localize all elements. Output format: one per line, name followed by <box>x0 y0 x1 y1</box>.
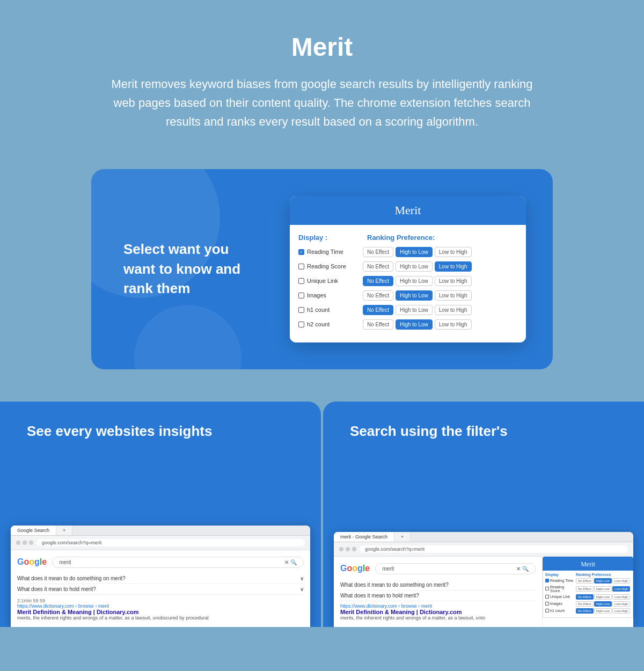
search-results-left: What does it mean to do something on mer… <box>17 573 304 621</box>
result-suggest-r1: What does it mean to do something on mer… <box>340 580 536 590</box>
mini-cb-5[interactable] <box>545 609 549 612</box>
low-to-high-btn-6[interactable]: Low to High <box>435 319 472 330</box>
h1-text: h1 count <box>307 307 330 313</box>
bottom-cards: See every websites insights Google Searc… <box>0 402 644 627</box>
mini-no-effect-1[interactable]: No Effect <box>576 578 594 584</box>
mini-lth-5[interactable]: Low-High <box>612 608 630 614</box>
no-effect-btn-4[interactable]: No Effect <box>363 290 393 301</box>
mini-htl-1[interactable]: High-Low <box>594 578 612 584</box>
ext-header-title: Merit <box>395 203 421 217</box>
mini-htl-5[interactable]: High-Low <box>594 608 612 614</box>
mini-lth-1[interactable]: Low-High <box>612 578 630 584</box>
mini-cb-4[interactable] <box>545 602 549 606</box>
low-to-high-btn-2[interactable]: Low to High <box>435 261 472 272</box>
mini-htl-3[interactable]: High-Low <box>594 594 612 600</box>
merit-mini-row-5: h1 count No Effect High-Low Low-High <box>545 608 631 614</box>
merit-mini-row-3: Unique Link No Effect High-Low Low-High <box>545 594 631 600</box>
ext-row-images: Images No Effect High to Low Low to High <box>298 290 517 301</box>
ranking-column-label: Ranking Preference: <box>367 234 435 242</box>
unique-link-btn-group: No Effect High to Low Low to High <box>363 276 472 286</box>
merit-mini-label-5: h1 count <box>545 609 575 612</box>
plugin-right: Merit Display : Ranking Preference: Read… <box>290 196 526 342</box>
result-url-left[interactable]: https://www.dictionary.com › browse › me… <box>17 603 304 609</box>
hero-section: Merit Merit removes keyword biases from … <box>0 0 644 153</box>
high-to-low-btn-3[interactable]: High to Low <box>396 276 433 286</box>
search-bar[interactable]: merit ✕ 🔍 <box>52 557 304 568</box>
mini-no-effect-2[interactable]: No Effect <box>576 586 594 592</box>
high-to-low-btn-5[interactable]: High to Low <box>396 305 433 315</box>
ext-row-h2: h2 count No Effect High to Low Low to Hi… <box>298 319 517 330</box>
browser-tab-new[interactable]: + <box>56 526 72 535</box>
high-to-low-btn-2[interactable]: High to Low <box>396 261 433 272</box>
high-to-low-btn-4[interactable]: High to Low <box>396 290 433 301</box>
google-bar-right: Google merit ✕ 🔍 <box>340 563 536 574</box>
browser-bar-left: google.com/search?q=merit <box>11 536 310 550</box>
mini-lth-3[interactable]: Low-High <box>612 594 630 600</box>
low-to-high-btn-5[interactable]: Low to High <box>435 305 472 315</box>
h1-label: h1 count <box>298 307 361 313</box>
result-title-left[interactable]: Merit Definition & Meaning | Dictionary.… <box>17 609 304 615</box>
h2-text: h2 count <box>307 321 330 327</box>
browser-tab-right-new[interactable]: + <box>394 532 411 542</box>
insights-title: See every websites insights <box>27 423 294 440</box>
dot-r3 <box>352 547 356 551</box>
reading-score-label: Reading Score <box>298 263 361 269</box>
mini-lth-4[interactable]: Low-High <box>612 601 630 607</box>
reading-time-checkbox[interactable] <box>298 249 304 255</box>
low-to-high-btn-3[interactable]: Low to High <box>435 276 472 286</box>
unique-link-label: Unique Link <box>298 278 361 284</box>
no-effect-btn-5[interactable]: No Effect <box>363 305 393 315</box>
browser-tab-right-active[interactable]: merit - Google Search <box>334 532 394 542</box>
h1-checkbox[interactable] <box>298 307 304 313</box>
dot-r2 <box>346 547 350 551</box>
reading-score-text: Reading Score <box>307 263 346 269</box>
browser-tab-active[interactable]: Google Search <box>11 526 56 535</box>
browser-url-left[interactable]: google.com/search?q=merit <box>36 539 305 546</box>
browser-bar-right: google.com/search?q=merit <box>334 542 633 557</box>
browser-dots-right <box>339 547 356 551</box>
reading-score-checkbox[interactable] <box>298 264 304 269</box>
mini-lth-2[interactable]: Low-High <box>612 586 630 592</box>
no-effect-btn-1[interactable]: No Effect <box>363 247 393 257</box>
browser-tabs-left: Google Search + <box>11 526 310 536</box>
mini-cb-3[interactable] <box>545 595 549 599</box>
h2-btn-group: No Effect High to Low Low to High <box>363 319 472 330</box>
plugin-card: Select want you want to know and rank th… <box>91 169 553 369</box>
images-btn-group: No Effect High to Low Low to High <box>363 290 472 301</box>
mini-htl-4[interactable]: High-Low <box>594 601 612 607</box>
high-to-low-btn-6[interactable]: High to Low <box>396 319 433 330</box>
no-effect-btn-6[interactable]: No Effect <box>363 319 393 330</box>
low-to-high-btn-4[interactable]: Low to High <box>435 290 472 301</box>
result-url-right[interactable]: https://www.dictionary.com › browse › me… <box>340 603 536 609</box>
h2-checkbox[interactable] <box>298 322 304 327</box>
browser-url-right[interactable]: google.com/search?q=merit <box>360 545 628 553</box>
no-effect-btn-2[interactable]: No Effect <box>363 261 393 272</box>
mini-no-effect-5[interactable]: No Effect <box>576 608 594 614</box>
browser-inner-right: Google merit ✕ 🔍 What does it mean to do… <box>334 557 633 627</box>
reading-time-label: Reading Time <box>298 249 361 255</box>
mini-htl-2[interactable]: High-Low <box>594 586 612 592</box>
merit-mini-row-2: Reading Score No Effect High-Low Low-Hig… <box>545 585 631 593</box>
ext-column-headers: Display : Ranking Preference: <box>298 234 517 242</box>
no-effect-btn-3[interactable]: No Effect <box>363 276 393 286</box>
google-logo: Google <box>17 557 47 567</box>
merit-mini-ranking-label: Ranking Preference <box>576 573 611 577</box>
high-to-low-btn-1[interactable]: High to Low <box>396 247 433 257</box>
unique-link-checkbox[interactable] <box>298 278 304 284</box>
plugin-tagline: Select want you want to know and rank th… <box>123 239 263 298</box>
merit-mini-label-2: Reading Score <box>545 585 575 593</box>
mini-cb-1[interactable] <box>545 579 549 582</box>
merit-mini-header: Merit <box>543 557 633 571</box>
mini-no-effect-3[interactable]: No Effect <box>576 594 594 600</box>
unique-link-text: Unique Link <box>307 278 338 284</box>
ext-row-reading-time: Reading Time No Effect High to Low Low t… <box>298 247 517 257</box>
mini-btn-group-4: No Effect High-Low Low-High <box>576 601 630 607</box>
mini-no-effect-4[interactable]: No Effect <box>576 601 594 607</box>
images-checkbox[interactable] <box>298 293 304 298</box>
search-bar-right[interactable]: merit ✕ 🔍 <box>375 563 536 574</box>
low-to-high-btn-1[interactable]: Low to High <box>435 247 472 257</box>
result-title-right[interactable]: Merit Definition & Meaning | Dictionary.… <box>340 609 536 615</box>
dot-3 <box>29 541 33 545</box>
mini-cb-2[interactable] <box>545 587 549 590</box>
browser-mockup-right: merit - Google Search + google.com/searc… <box>334 532 633 627</box>
